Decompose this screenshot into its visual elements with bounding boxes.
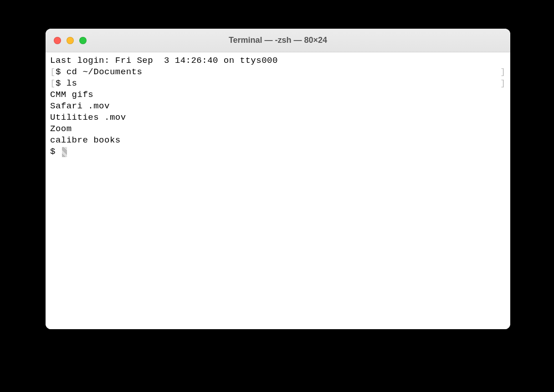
output-line: calibre books: [50, 135, 506, 146]
prompt: $: [50, 146, 61, 158]
current-prompt-line[interactable]: $: [50, 146, 506, 158]
command-line: [ $ cd ~/Documents ]: [50, 66, 506, 78]
window-title: Terminal — -zsh — 80×24: [46, 36, 510, 45]
left-bracket-icon: [: [50, 78, 56, 89]
output-line: Safari .mov: [50, 101, 506, 112]
left-bracket-icon: [: [50, 66, 56, 78]
close-icon[interactable]: [54, 37, 61, 44]
last-login-line: Last login: Fri Sep 3 14:26:40 on ttys00…: [50, 55, 506, 66]
output-line: Zoom: [50, 123, 506, 135]
output-line: Utilities .mov: [50, 112, 506, 123]
cursor-icon: [62, 147, 67, 157]
terminal-window: Terminal — -zsh — 80×24 Last login: Fri …: [46, 29, 510, 329]
command-line: [ $ ls ]: [50, 78, 506, 89]
minimize-icon[interactable]: [67, 37, 74, 44]
right-bracket-icon: ]: [500, 66, 506, 78]
output-line: CMM gifs: [50, 89, 506, 101]
prompt: $: [56, 67, 67, 77]
traffic-lights: [46, 37, 87, 44]
terminal-output[interactable]: Last login: Fri Sep 3 14:26:40 on ttys00…: [46, 52, 510, 329]
zoom-icon[interactable]: [79, 37, 87, 44]
titlebar[interactable]: Terminal — -zsh — 80×24: [46, 29, 510, 52]
prompt: $: [56, 78, 67, 88]
command-text: ls: [67, 78, 77, 88]
command-text: cd ~/Documents: [67, 67, 143, 77]
right-bracket-icon: ]: [500, 78, 506, 89]
